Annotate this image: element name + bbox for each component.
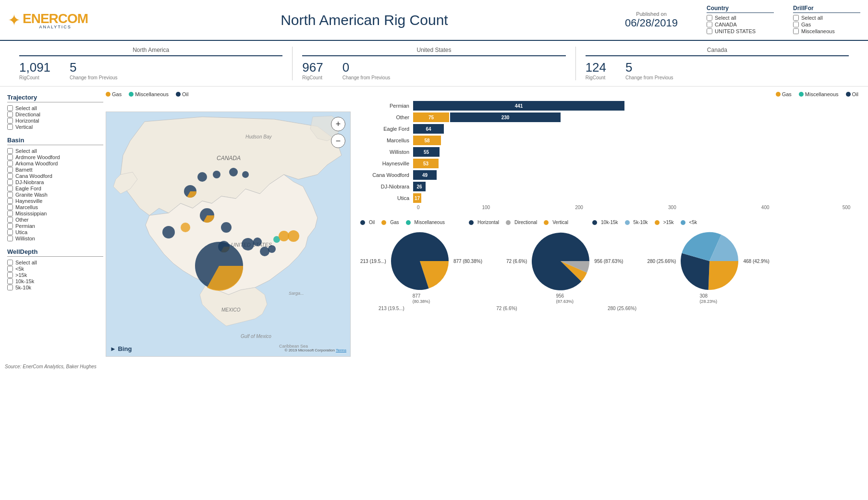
- pie2-value-label: 956(87.63%): [556, 293, 574, 304]
- gas-dot-pie: [381, 220, 386, 225]
- pie-chart-2: 72 (6.6%) 956 (87.63%) 956(87.63%): [506, 230, 623, 304]
- country-us[interactable]: UNITED STATES: [707, 28, 774, 34]
- gt15k-dot: [655, 220, 660, 225]
- logo-sun-icon: ✦: [8, 12, 21, 28]
- trajectory-vertical[interactable]: Vertical: [7, 124, 103, 130]
- svg-point-21: [268, 245, 276, 253]
- bar-row-williston: Williston 55: [360, 147, 858, 157]
- pie2-legend: Horizontal Directional Vertical: [469, 220, 568, 225]
- trajectory-select-all[interactable]: Select all: [7, 105, 103, 111]
- map-container[interactable]: CANADA UNITED STATES MEXICO Hudson Bay G…: [106, 112, 351, 357]
- drillfor-select-all[interactable]: Select all: [793, 15, 860, 21]
- zoom-out-button[interactable]: −: [331, 134, 345, 148]
- pie1-legend: Oil Gas Miscellaneous: [360, 220, 445, 225]
- basin-haynesville[interactable]: Haynesville: [7, 198, 103, 204]
- bar-legend-oil-dot: [846, 92, 851, 97]
- stats-united-states: United States 967 RigCount 0 Change from…: [293, 47, 575, 80]
- welldepth-10k15k[interactable]: 10k-15k: [7, 278, 103, 284]
- svg-text:Gulf of Mexico: Gulf of Mexico: [241, 334, 271, 339]
- svg-point-20: [260, 247, 269, 256]
- pie3-right-label: 468 (42.9%): [743, 259, 769, 264]
- bar-legend-oil: Oil: [846, 91, 858, 97]
- logo-text-com: COM: [58, 11, 88, 26]
- gas-dot: [106, 92, 110, 97]
- svg-point-14: [162, 226, 175, 238]
- basin-arkoma[interactable]: Arkoma Woodford: [7, 161, 103, 166]
- basin-select-all[interactable]: Select all: [7, 148, 103, 154]
- basin-barnett[interactable]: Barnett: [7, 167, 103, 173]
- zoom-in-button[interactable]: +: [331, 117, 345, 131]
- basin-title: Basin: [7, 137, 103, 145]
- basin-mississippian[interactable]: Mississippian: [7, 211, 103, 216]
- source-label: Source: EnerCom Analytics, Baker Hughes: [0, 362, 868, 372]
- country-canada[interactable]: CANADA: [707, 22, 774, 27]
- basin-ardmore[interactable]: Ardmore Woodford: [7, 154, 103, 160]
- bar-row-permian: Permian 441: [360, 101, 858, 111]
- pub-date: 06/28/2019: [625, 17, 678, 29]
- logo-sub: ANALYTICS: [23, 25, 88, 29]
- bar-chart: Permian 441 Other 75 230 Eagle Ford 64: [360, 101, 858, 210]
- svg-point-18: [242, 238, 254, 250]
- trajectory-horizontal[interactable]: Horizontal: [7, 118, 103, 124]
- trajectory-directional[interactable]: Directional: [7, 112, 103, 117]
- basin-dj[interactable]: DJ-Niobrara: [7, 179, 103, 185]
- ca-rig-label: RigCount: [586, 75, 606, 80]
- page-title: North American Rig Count: [104, 12, 625, 28]
- stats-bar: North America 1,091 RigCount 5 Change fr…: [0, 41, 868, 87]
- ca-change-label: Change from Previous: [625, 75, 673, 80]
- basin-cana[interactable]: Cana Woodford: [7, 173, 103, 179]
- bar-legend-misc: Miscellaneous: [799, 91, 839, 97]
- map-zoom-controls: + −: [331, 117, 345, 148]
- trajectory-filter: Trajectory Select all Directional Horizo…: [7, 94, 103, 130]
- logo-inner: ENERCOM ANALYTICS: [23, 11, 88, 29]
- us-change: 0: [342, 60, 391, 75]
- svg-text:CANADA: CANADA: [217, 155, 241, 162]
- basin-other[interactable]: Other: [7, 217, 103, 223]
- misc-dot: [129, 92, 134, 97]
- oil-dot-pie: [360, 220, 365, 225]
- na-change-label: Change from Previous: [70, 75, 118, 80]
- bar-row-other: Other 75 230: [360, 112, 858, 122]
- pie2-bottom-label: 956 (87.63%): [594, 259, 623, 264]
- na-rig-label: RigCount: [19, 75, 50, 80]
- stats-ca-title: Canada: [586, 47, 849, 56]
- basin-utica[interactable]: Utica: [7, 229, 103, 235]
- oil-dot: [176, 92, 181, 97]
- basin-marcellus[interactable]: Marcellus: [7, 204, 103, 210]
- welldepth-5k10k[interactable]: 5k-10k: [7, 285, 103, 290]
- welldepth-gt15k[interactable]: >15k: [7, 272, 103, 278]
- header: ✦ ENERCOM ANALYTICS North American Rig C…: [0, 0, 868, 41]
- pie-chart-3: 280 (25.66%) 468 (42.9%) 308(28.23%): [647, 230, 770, 304]
- basin-granite-wash[interactable]: Granite Wash: [7, 192, 103, 198]
- left-panel: Trajectory Select all Directional Horizo…: [5, 91, 106, 357]
- drillfor-misc[interactable]: Miscellaneous: [793, 28, 860, 34]
- drillfor-filter: DrillFor Select all Gas Miscellaneous: [793, 5, 860, 35]
- welldepth-lt5k[interactable]: <5k: [7, 266, 103, 272]
- legend-oil: Oil: [176, 91, 188, 97]
- pie1-svg: [389, 230, 451, 292]
- vert-dot: [544, 220, 549, 225]
- drillfor-gas[interactable]: Gas: [793, 22, 860, 27]
- welldepth-select-all[interactable]: Select all: [7, 260, 103, 265]
- 10k15k-dot: [592, 220, 597, 225]
- stats-canada: Canada 124 RigCount 5 Change from Previo…: [576, 47, 858, 80]
- svg-text:MEXICO: MEXICO: [221, 307, 241, 312]
- welldepth-filter: WellDepth Select all <5k >15k 10k-15k 5k…: [7, 248, 103, 290]
- basin-eagle-ford[interactable]: Eagle Ford: [7, 186, 103, 191]
- pie1-top-label: 213 (19.5...): [360, 259, 386, 264]
- pie3-top-label: 280 (25.66%): [647, 259, 676, 264]
- bar-chart-legend: Gas Miscellaneous Oil: [360, 91, 858, 97]
- svg-point-23: [279, 231, 289, 241]
- basin-filter: Basin Select all Ardmore Woodford Arkoma…: [7, 137, 103, 241]
- legend-misc: Miscellaneous: [129, 91, 169, 97]
- logo-area: ✦ ENERCOM ANALYTICS: [8, 11, 104, 29]
- trajectory-title: Trajectory: [7, 94, 103, 102]
- basin-permian[interactable]: Permian: [7, 223, 103, 229]
- us-change-label: Change from Previous: [342, 75, 391, 80]
- bar-row-eagle-ford: Eagle Ford 64: [360, 124, 858, 134]
- bar-row-haynesville: Haynesville 53: [360, 159, 858, 168]
- basin-williston[interactable]: Williston: [7, 236, 103, 241]
- country-select-all[interactable]: Select all: [707, 15, 774, 21]
- pie1-bottom-label: 877 (80.38%): [453, 259, 482, 264]
- svg-point-9: [197, 172, 207, 182]
